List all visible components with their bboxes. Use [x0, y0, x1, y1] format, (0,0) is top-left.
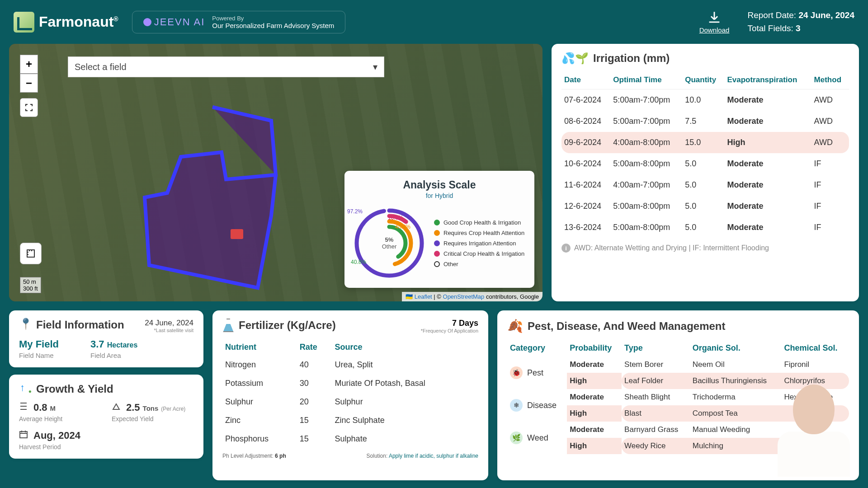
legend-item: Requires Crop Health Attention	[434, 230, 528, 236]
report-info: Report Date: 24 June, 2024 Total Fields:…	[747, 9, 854, 35]
legend-dot	[434, 240, 440, 246]
solution-label: Solution:	[367, 453, 389, 459]
irrigation-row: 12-6-20245:00am-8:00pm5.0ModerateIF	[561, 196, 849, 217]
table-cell: Compost Tea	[690, 405, 782, 422]
method-cell: IF	[811, 153, 849, 174]
scale-metric: 50 m	[23, 278, 38, 285]
fertilizer-freq: 7 Days	[452, 319, 478, 328]
irrigation-table: DateOptimal TimeQuantityEvapotranspirati…	[561, 71, 849, 238]
field-select-dropdown[interactable]: Select a field ▾	[68, 56, 384, 77]
height-label: Average Height	[19, 415, 101, 422]
method-cell: IF	[811, 217, 849, 238]
fertilizer-row: Sulphur20Sulphur	[222, 393, 478, 411]
scale-imperial: 300 ft	[23, 285, 38, 292]
field-area-label: Field Area	[90, 352, 137, 359]
table-cell: Stem Borer	[622, 357, 690, 373]
table-cell: Nitrogen	[222, 356, 297, 374]
jeevn-logo-text: JEEVN AI	[154, 16, 205, 28]
svg-rect-6	[20, 432, 27, 438]
evap-cell: High	[724, 132, 811, 153]
category-cell: ❄Disease	[507, 389, 567, 422]
table-cell: Muriate Of Potash, Basal	[332, 374, 478, 393]
total-fields-value: 3	[796, 23, 801, 33]
total-fields-label: Total Fields:	[747, 23, 796, 33]
table-cell: 5.0	[682, 196, 724, 217]
pest-col: Category	[507, 340, 567, 357]
analysis-subtitle: for Hybrid	[351, 192, 528, 199]
field-area-unit: Hectares	[107, 341, 138, 349]
table-cell: Zinc Sulphate	[332, 411, 478, 430]
table-cell: Manual Weeding	[690, 422, 782, 438]
powered-by-label: Powered By	[212, 15, 334, 22]
probability-cell: High	[567, 438, 622, 454]
irrigation-row: 13-6-20245:00am-8:00pm5.0ModerateIF	[561, 217, 849, 238]
irrigation-col: Date	[561, 71, 610, 89]
evap-cell: Moderate	[724, 89, 811, 111]
irrigation-row: 07-6-20245:00am-7:00pm10.0ModerateAWD	[561, 89, 849, 111]
field-polygon	[136, 103, 353, 301]
category-name: Weed	[527, 433, 548, 443]
legend-text: Good Crop Health & Irrigation	[443, 219, 521, 226]
table-cell: 15	[297, 430, 332, 448]
pest-card: 🍂Pest, Disease, And Weed Management Cate…	[497, 310, 859, 480]
table-cell: Neem Oil	[690, 357, 782, 373]
yield-value: 2.5	[126, 402, 140, 413]
header: Farmonaut® JEEVN AI Powered By Our Perso…	[0, 0, 868, 44]
category-icon: 🌿	[510, 432, 523, 444]
table-cell: 5:00am-8:00pm	[610, 196, 682, 217]
irrigation-col: Optimal Time	[610, 71, 682, 89]
table-cell: Mulching	[690, 438, 782, 454]
table-cell: Zinc	[222, 411, 297, 430]
harvest-value: Aug, 2024	[33, 430, 80, 441]
fertilizer-row: Potassium30Muriate Of Potash, Basal	[222, 374, 478, 393]
growth-yield-card: Growth & Yield 0.8MAverage Height 2.5Ton…	[9, 375, 203, 459]
pin-icon	[19, 319, 32, 331]
map-panel[interactable]: + − Select a field ▾ 50 m 300 ft 🇺🇦 Leaf…	[9, 44, 542, 301]
zoom-out-button[interactable]: −	[20, 74, 38, 93]
table-cell: 15.0	[682, 132, 724, 153]
table-cell: 5:00am-8:00pm	[610, 217, 682, 238]
table-cell: Weedy Rice	[622, 438, 690, 454]
irrigation-row: 11-6-20244:00am-7:00pm5.0ModerateIF	[561, 174, 849, 196]
jeevn-circle-icon	[143, 18, 151, 26]
jeevn-badge: JEEVN AI Powered By Our Personalized Far…	[132, 11, 346, 33]
table-cell: 5:00am-7:00pm	[610, 111, 682, 132]
osm-link[interactable]: OpenStreetMap	[443, 293, 485, 300]
attrib-rest: contributors, Google	[484, 293, 539, 300]
yield-label: Expected Yield	[112, 415, 193, 422]
table-cell: 4:00am-8:00pm	[610, 132, 682, 153]
table-cell: 5.0	[682, 153, 724, 174]
field-name-value: My Field	[19, 338, 59, 350]
donut-label-orange: 45.8%	[395, 224, 410, 230]
calendar-icon	[19, 430, 28, 439]
donut-label-red: 10.5%	[388, 215, 403, 221]
zoom-in-button[interactable]: +	[20, 55, 38, 74]
field-area-value: 3.7	[90, 338, 104, 350]
table-cell: Potassium	[222, 374, 297, 393]
fullscreen-button[interactable]	[20, 98, 38, 117]
table-cell: Trichoderma	[690, 389, 782, 405]
method-cell: AWD	[811, 111, 849, 132]
table-cell: Sheath Blight	[622, 389, 690, 405]
legend-text: Other	[443, 261, 458, 267]
fertilizer-table: NutrientRateSource Nitrogen40Urea, Split…	[222, 339, 478, 448]
irrigation-row: 10-6-20245:00am-8:00pm5.0ModerateIF	[561, 153, 849, 174]
download-button[interactable]: Download	[699, 10, 730, 34]
method-cell: IF	[811, 174, 849, 196]
measure-button[interactable]	[20, 243, 42, 264]
category-name: Pest	[527, 368, 543, 378]
table-cell: Phosphorus	[222, 430, 297, 448]
table-cell: 11-6-2024	[561, 174, 610, 196]
legend-item: Other	[434, 261, 528, 267]
map-attribution: 🇺🇦 Leaflet | © OpenStreetMap contributor…	[402, 292, 542, 301]
download-icon	[707, 10, 722, 25]
irrigation-note: iAWD: Alternate Wetting and Drying | IF:…	[561, 244, 849, 253]
legend-text: Requires Crop Health Attention	[443, 230, 524, 236]
table-cell: Leaf Folder	[622, 373, 690, 389]
legend-dot	[434, 261, 440, 267]
pest-col: Probability	[567, 340, 622, 357]
table-cell: 40	[297, 356, 332, 374]
leaflet-link[interactable]: Leaflet	[415, 293, 432, 300]
legend-item: Requires Irrigation Attention	[434, 240, 528, 247]
assistant-avatar	[773, 375, 854, 483]
